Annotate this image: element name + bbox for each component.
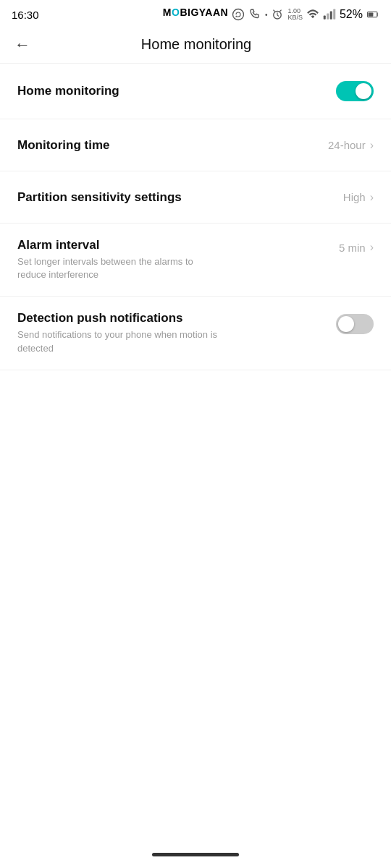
status-icons: • 1.00KB/S 52% [232,8,379,21]
monitoring-time-chevron: › [370,139,374,152]
alarm-interval-value: 5 min [339,242,366,254]
alarm-interval-label: Alarm interval [17,238,99,252]
phone-icon [248,8,261,21]
detection-push-control [336,314,374,334]
battery-level: 52% [340,8,363,21]
partition-sensitivity-control: High › [343,191,374,204]
signal-icon [323,8,336,21]
partition-sensitivity-chevron: › [370,191,374,204]
partition-sensitivity-label-group: Partition sensitivity settings [17,190,343,205]
wifi-icon [306,8,319,21]
bottom-nav-indicator [152,853,239,856]
monitoring-time-label: Monitoring time [17,138,109,152]
svg-rect-2 [324,16,326,20]
detection-push-sublabel: Send notifications to your phone when mo… [17,328,220,354]
page-title: Home monitoring [42,36,350,53]
settings-list: Home monitoring Monitoring time 24-hour … [0,64,391,370]
toggle-knob [356,83,371,99]
battery-icon [366,8,379,21]
partition-sensitivity-item[interactable]: Partition sensitivity settings High › [0,171,391,224]
monitoring-time-label-group: Monitoring time [17,138,328,153]
alarm-interval-item[interactable]: Alarm interval Set longer intervals betw… [0,224,391,297]
home-monitoring-label-group: Home monitoring [17,84,336,98]
alarm-interval-label-group: Alarm interval Set longer intervals betw… [17,238,339,281]
dot-indicator: • [265,11,268,19]
svg-rect-3 [327,14,329,20]
alarm-interval-sublabel: Set longer intervals between the alarms … [17,255,220,281]
detection-push-label-group: Detection push notifications Send notifi… [17,311,336,354]
detection-push-toggle[interactable] [336,314,374,334]
detection-push-label: Detection push notifications [17,311,183,325]
alarm-interval-chevron: › [370,241,374,254]
home-monitoring-label: Home monitoring [17,84,119,98]
monitoring-time-value: 24-hour [328,139,366,151]
back-button[interactable]: ← [14,37,30,53]
whatsapp-icon [232,8,245,21]
toggle-knob-push [338,316,354,332]
status-bar: 16:30 • 1.00KB/S 52% [0,0,391,26]
svg-rect-4 [330,12,332,20]
partition-sensitivity-value: High [343,191,366,203]
alarm-interval-control: 5 min › [339,241,374,254]
monitoring-time-control: 24-hour › [328,139,374,152]
partition-sensitivity-label: Partition sensitivity settings [17,190,182,204]
monitoring-time-item[interactable]: Monitoring time 24-hour › [0,119,391,171]
home-monitoring-item[interactable]: Home monitoring [0,64,391,119]
svg-rect-5 [333,9,335,20]
page-header: ← Home monitoring [0,26,391,64]
speed-indicator: 1.00KB/S [287,8,303,21]
status-time: 16:30 [12,9,39,21]
home-monitoring-control [336,81,374,101]
svg-rect-7 [369,12,374,16]
svg-point-0 [232,9,243,20]
alarm-icon [271,8,284,21]
home-monitoring-toggle[interactable] [336,81,374,101]
detection-push-item[interactable]: Detection push notifications Send notifi… [0,297,391,370]
